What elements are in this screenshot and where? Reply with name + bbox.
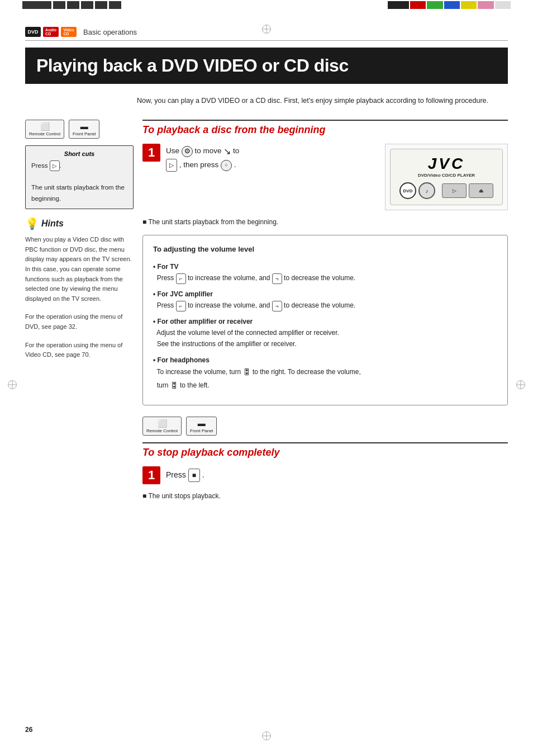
- stop-press-label: Press: [166, 470, 186, 479]
- volume-jvc-label: •: [153, 290, 158, 298]
- step1-content: Use ⊙ to move ↘ to ▷ , then press ○ .: [166, 144, 508, 210]
- play-bracket-icon: ▷: [166, 159, 177, 172]
- main-content: ⬜ Remote Control ▬ Front Panel Short cut…: [25, 120, 508, 509]
- hints-paragraph-3: For the operation using the menu of Vide…: [25, 341, 134, 360]
- jvc-music-btn: ♪: [418, 182, 435, 199]
- volume-tv-heading: For TV: [158, 263, 179, 271]
- jvc-device-mockup: JVC DVD/Video CD/CD PLAYER DVD ♪: [390, 149, 503, 205]
- play-icon: ▷: [453, 188, 456, 193]
- stop-step1-number: 1: [142, 466, 160, 484]
- hints-paragraph-2: For the operation using the menu of DVD,…: [25, 312, 134, 332]
- stop-step1-text: Press ■ .: [166, 466, 508, 482]
- panel-icon-2: ▬: [190, 419, 213, 428]
- page-title-box: Playing back a DVD VIDEO or CD disc: [25, 48, 508, 84]
- intro-text: Now, you can play a DVD VIDEO or a CD di…: [25, 95, 508, 106]
- section2-heading: To stop playback completely: [142, 442, 508, 459]
- audio-cd-tag: AudioCD: [43, 27, 59, 37]
- volume-headphone-text2: to the right. To decrease the volume,: [253, 368, 361, 376]
- section2-title: To stop playback completely: [142, 447, 508, 459]
- reg-mark-top: [262, 25, 271, 34]
- jvc-eject-btn: ⏏: [469, 183, 493, 198]
- bar-seg: [109, 1, 121, 9]
- right-column: To playback a disc from the beginning 1 …: [142, 120, 508, 509]
- top-bar-center: [145, 0, 388, 10]
- volume-headphone-text3: turn: [157, 381, 170, 389]
- bar-seg: [444, 1, 460, 9]
- knob-left-icon: 🎛: [170, 379, 178, 393]
- panel-label-2: Front Panel: [190, 428, 213, 433]
- eject-icon: ⏏: [479, 188, 484, 193]
- bar-seg: [427, 1, 442, 9]
- bar-seg: [67, 1, 79, 9]
- step1-text-use: Use: [166, 147, 179, 155]
- video-cd-tag: VideoCD: [61, 27, 77, 37]
- shortcuts-title: Short cuts: [31, 150, 127, 157]
- bar-seg: [461, 1, 477, 9]
- volume-headphone-label: •: [153, 356, 158, 364]
- shortcuts-button: ▷: [50, 160, 60, 171]
- remote-icon-2: ⬜: [146, 419, 178, 428]
- section1-title: To playback a disc from the beginning: [142, 124, 508, 136]
- bar-seg: [22, 1, 51, 9]
- remote-label-2: Remote Control: [146, 428, 178, 433]
- reg-mark-left: [8, 380, 17, 389]
- press-label: Press: [31, 162, 47, 169]
- volume-other-heading: For other amplifier or receiver: [158, 318, 253, 325]
- volume-other-item: • For other amplifier or receiver Adjust…: [153, 316, 497, 350]
- top-bar-left: [0, 0, 145, 10]
- hints-label: Hints: [41, 219, 64, 229]
- device-badges-2: ⬜ Remote Control ▬ Front Panel: [142, 417, 508, 436]
- remote-control-badge-2: ⬜ Remote Control: [142, 417, 182, 436]
- jvc-play-btn: ▷: [442, 183, 467, 198]
- bar-seg: [478, 1, 493, 9]
- hints-icon: 💡: [25, 217, 39, 230]
- volume-headphone-item: • For headphones To increase the volume,…: [153, 355, 497, 393]
- hints-box: 💡 Hints When you play a Video CD disc wi…: [25, 217, 134, 360]
- shortcuts-box: Short cuts Press ▷. The unit starts play…: [25, 145, 134, 209]
- step1-period: .: [234, 160, 236, 169]
- step1-number: 1: [142, 144, 160, 162]
- bar-seg: [81, 1, 93, 9]
- result1-text: The unit starts playback from the beginn…: [142, 218, 508, 226]
- volume-other-text: Adjust the volume level of the connected…: [156, 329, 339, 337]
- remote-icon: ⬜: [29, 122, 60, 131]
- jvc-model-label: DVD/Video CD/CD PLAYER: [396, 173, 497, 178]
- volume-box: To adjusting the volume level • For TV P…: [142, 235, 508, 405]
- volume-other-text2: See the instructions of the amplifier or…: [157, 340, 297, 348]
- section-label: Basic operations: [83, 28, 137, 36]
- volume-headphone-heading: For headphones: [158, 356, 210, 364]
- reg-mark-bottom: [262, 731, 271, 740]
- volume-headphone-text4: to the left.: [180, 381, 210, 389]
- vol-up-jvc-btn: ⌐: [176, 301, 186, 311]
- dvd-logo-text: DVD: [403, 188, 413, 193]
- bar-seg: [95, 1, 107, 9]
- device-image: JVC DVD/Video CD/CD PLAYER DVD ♪: [385, 144, 508, 210]
- bar-seg: [388, 1, 409, 9]
- top-bar-right: [388, 0, 533, 10]
- step1-text-to: to: [233, 147, 239, 155]
- result2-text: The unit stops playback.: [142, 492, 508, 500]
- hints-paragraph-1: When you play a Video CD disc with PBC f…: [25, 235, 134, 304]
- left-column: ⬜ Remote Control ▬ Front Panel Short cut…: [25, 120, 142, 509]
- step1-text-then: , then press: [179, 160, 219, 169]
- stop-section: ⬜ Remote Control ▬ Front Panel To stop p…: [142, 417, 508, 500]
- vol-down-jvc-btn: ¬: [272, 301, 282, 311]
- remote-label: Remote Control: [29, 131, 60, 136]
- bar-seg: [410, 1, 426, 9]
- bracket-inner: ▷: [169, 160, 174, 171]
- stop-period: .: [202, 470, 204, 479]
- bar-seg: [53, 1, 65, 9]
- page-content: DVD AudioCD VideoCD Basic operations Pla…: [0, 10, 533, 531]
- dvd-tag: DVD: [25, 27, 41, 37]
- reg-mark-right: [516, 380, 525, 389]
- section1-heading: To playback a disc from the beginning: [142, 120, 508, 136]
- panel-icon: ▬: [73, 122, 96, 131]
- jvc-buttons: DVD ♪ ▷: [396, 182, 497, 199]
- front-panel-badge: ▬ Front Panel: [69, 120, 99, 139]
- step1-text-move: to move: [195, 147, 222, 155]
- page-number: 26: [25, 726, 32, 734]
- jvc-dvd-logo-btn: DVD: [399, 182, 416, 199]
- ok-button-icon: ○: [221, 160, 232, 171]
- jvc-btn-group-right: ▷ ⏏: [442, 182, 493, 199]
- vol-down-tv-btn: ¬: [272, 273, 282, 284]
